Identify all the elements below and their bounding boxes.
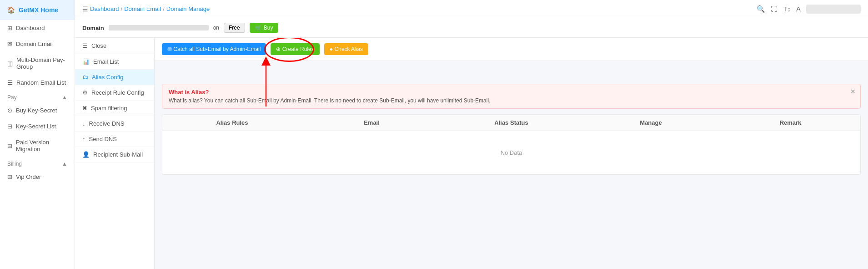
col-alias-status: Alias Status bbox=[442, 119, 581, 126]
key-list-icon: ⊟ bbox=[7, 123, 12, 130]
text-size-icon[interactable]: T↕ bbox=[783, 5, 791, 13]
check-alias-button[interactable]: ● Check Alias bbox=[324, 43, 368, 55]
create-rules-button[interactable]: ⊕ Create Rules bbox=[271, 43, 319, 55]
col-alias-rules: Alias Rules bbox=[162, 119, 302, 126]
secondary-item-send-dns[interactable]: ↑ Send DNS bbox=[75, 132, 154, 147]
breadcrumb-domain-manage: Domain Manage bbox=[166, 5, 210, 12]
sidebar-item-vip-order[interactable]: ⊟ Vip Order bbox=[0, 169, 75, 185]
page-main: ✉ Catch all Sub-Email by Admin-Email ⊕ C… bbox=[155, 38, 868, 269]
secondary-item-email-list[interactable]: 📊 Email List bbox=[75, 54, 154, 70]
sidebar-item-key-secret-list[interactable]: ⊟ Key-Secret List bbox=[0, 118, 75, 134]
sidebar-item-random-email[interactable]: ☰ Random Email List bbox=[0, 75, 75, 91]
paid-migration-icon: ⊟ bbox=[7, 142, 12, 149]
check-icon: ● bbox=[330, 46, 335, 52]
data-table: Alias Rules Email Alias Status Manage Re… bbox=[162, 114, 861, 175]
multi-domain-icon: ◫ bbox=[7, 60, 13, 67]
domain-status: on bbox=[213, 25, 219, 31]
sidebar-section-billing[interactable]: Billing ▲ bbox=[0, 157, 75, 169]
search-bar bbox=[806, 5, 861, 14]
domain-email-icon: ✉ bbox=[7, 41, 12, 47]
secondary-item-receipt-rule[interactable]: ⚙ Receipt Rule Config bbox=[75, 85, 154, 101]
dashboard-icon: ⊞ bbox=[7, 25, 12, 31]
hamburger-icon[interactable]: ☰ bbox=[82, 5, 88, 13]
chevron-up-icon: ▲ bbox=[62, 94, 67, 101]
domain-bar: Domain on Free 🛒 Buy bbox=[75, 18, 868, 38]
receipt-rule-icon: ⚙ bbox=[82, 89, 88, 96]
breadcrumb-dashboard[interactable]: Dashboard bbox=[90, 5, 119, 12]
sidebar-item-multi-domain[interactable]: ◫ Multi-Domain Pay-Group bbox=[0, 52, 75, 75]
sidebar-item-dashboard[interactable]: ⊞ Dashboard bbox=[0, 20, 75, 36]
alert-text: What is alias? You can catch all Sub-Ema… bbox=[169, 97, 854, 104]
domain-value bbox=[109, 25, 209, 30]
catch-icon: ✉ bbox=[167, 46, 173, 52]
breadcrumb-domain-email[interactable]: Domain Email bbox=[124, 5, 161, 12]
secondary-item-receive-dns[interactable]: ↓ Receive DNS bbox=[75, 116, 154, 132]
topbar: ☰ Dashboard / Domain Email / Domain Mana… bbox=[75, 0, 868, 18]
col-remark: Remark bbox=[721, 119, 860, 126]
home-icon: 🏠 bbox=[7, 6, 15, 14]
free-button[interactable]: Free bbox=[224, 23, 245, 33]
alert-box: What is Alias? What is alias? You can ca… bbox=[162, 84, 861, 109]
buy-icon: 🛒 bbox=[255, 25, 262, 31]
main-area: ☰ Dashboard / Domain Email / Domain Mana… bbox=[75, 0, 868, 269]
sidebar-item-domain-email[interactable]: ✉ Domain Email bbox=[0, 36, 75, 52]
topbar-right: 🔍 ⛶ T↕ A bbox=[757, 5, 861, 14]
send-dns-icon: ↑ bbox=[82, 136, 85, 142]
accessibility-icon[interactable]: A bbox=[796, 5, 801, 13]
chevron-up-billing-icon: ▲ bbox=[62, 161, 67, 167]
col-manage: Manage bbox=[581, 119, 721, 126]
buy-key-icon: ⊙ bbox=[7, 107, 12, 114]
secondary-sidebar: ☰ Close 📊 Email List 🗂 Alias Config ⚙ Re… bbox=[75, 38, 155, 269]
close-icon: ☰ bbox=[82, 42, 88, 49]
domain-label: Domain bbox=[82, 25, 104, 31]
search-icon[interactable]: 🔍 bbox=[757, 5, 765, 13]
create-icon: ⊕ bbox=[276, 46, 282, 52]
action-bar: ✉ Catch all Sub-Email by Admin-Email ⊕ C… bbox=[155, 38, 868, 61]
secondary-item-recipient-sub-mail[interactable]: 👤 Recipient Sub-Mail bbox=[75, 147, 154, 162]
vip-order-icon: ⊟ bbox=[7, 173, 12, 180]
breadcrumb: ☰ Dashboard / Domain Email / Domain Mana… bbox=[82, 5, 210, 13]
alert-title: What is Alias? bbox=[169, 89, 854, 96]
expand-icon[interactable]: ⛶ bbox=[771, 5, 778, 13]
col-email: Email bbox=[302, 119, 442, 126]
recipient-icon: 👤 bbox=[82, 151, 90, 158]
secondary-sidebar-close[interactable]: ☰ Close bbox=[75, 38, 154, 54]
receive-dns-icon: ↓ bbox=[82, 120, 85, 127]
random-email-icon: ☰ bbox=[7, 79, 13, 86]
content-area: ☰ Close 📊 Email List 🗂 Alias Config ⚙ Re… bbox=[75, 38, 868, 269]
email-list-icon: 📊 bbox=[82, 58, 90, 65]
table-header: Alias Rules Email Alias Status Manage Re… bbox=[162, 115, 860, 131]
sidebar-section-pay[interactable]: Pay ▲ bbox=[0, 91, 75, 102]
buy-button[interactable]: 🛒 Buy bbox=[250, 23, 279, 33]
secondary-item-spam-filtering[interactable]: ✖ Spam filtering bbox=[75, 101, 154, 116]
spam-icon: ✖ bbox=[82, 105, 87, 112]
alias-config-icon: 🗂 bbox=[82, 74, 88, 81]
sidebar-item-paid-migration[interactable]: ⊟ Paid Version Migration bbox=[0, 134, 75, 157]
sidebar-header[interactable]: 🏠 GetMX Home bbox=[0, 0, 75, 20]
catch-all-button[interactable]: ✉ Catch all Sub-Email by Admin-Email bbox=[162, 43, 266, 55]
secondary-item-alias-config[interactable]: 🗂 Alias Config bbox=[75, 70, 154, 85]
sidebar-item-buy-key[interactable]: ⊙ Buy Key-Secret bbox=[0, 102, 75, 118]
alert-close-button[interactable]: ✕ bbox=[850, 88, 856, 95]
sidebar-header-label: GetMX Home bbox=[19, 6, 58, 14]
left-sidebar: 🏠 GetMX Home ⊞ Dashboard ✉ Domain Email … bbox=[0, 0, 75, 269]
no-data-message: No Data bbox=[162, 131, 860, 174]
